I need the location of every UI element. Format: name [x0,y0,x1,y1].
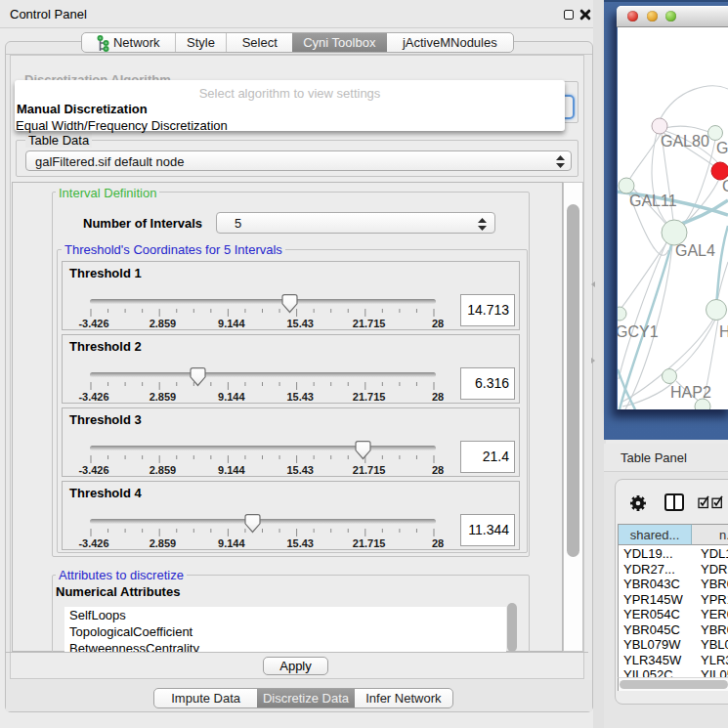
svg-text:GAL11: GAL11 [629,193,677,209]
svg-text:GAL80: GAL80 [661,133,709,150]
svg-text:HAP2: HAP2 [670,384,711,401]
svg-text:C: C [722,178,728,194]
svg-text:H: H [719,323,728,340]
svg-text:GCY1: GCY1 [618,323,659,340]
svg-text:GAL4: GAL4 [675,242,715,259]
svg-text:GA: GA [716,140,728,156]
